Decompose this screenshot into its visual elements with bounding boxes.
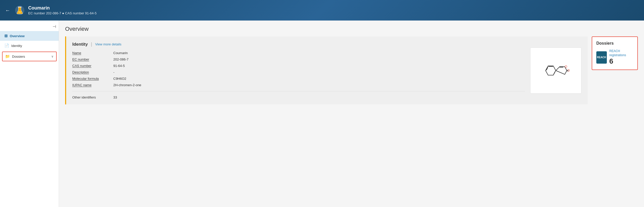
identity-header: Identity | View more details <box>72 42 525 47</box>
sidebar-dossiers-label: Dossiers <box>12 55 51 58</box>
field-name-row: Name Coumarin <box>72 51 525 55</box>
field-cas-value: 91-64-5 <box>113 64 125 68</box>
header-title: Coumarin <box>28 5 97 11</box>
chevron-down-icon: ∨ <box>51 55 54 58</box>
reach-folder-label: REACH <box>597 56 606 59</box>
sidebar-collapse-area: ⊣ <box>0 23 59 31</box>
page-title: Overview <box>65 26 638 32</box>
view-more-details-link[interactable]: View more details <box>95 42 121 46</box>
svg-point-2 <box>18 11 22 13</box>
identity-data-section: Identity | View more details Name Coumar… <box>72 42 525 99</box>
field-name-value: Coumarin <box>113 51 128 55</box>
identity-icon: 📄 <box>4 43 9 48</box>
reach-registrations-link[interactable]: REACH registrations <box>609 49 633 57</box>
overview-icon: ⊞ <box>4 34 8 38</box>
field-formula-row: Molecular formula C9H6O2 <box>72 77 525 81</box>
molecule-svg: O O <box>534 51 578 90</box>
dossier-reach-info: REACH registrations 6 <box>609 49 633 65</box>
identity-card: Identity | View more details Name Coumar… <box>65 36 588 104</box>
field-cas-label: CAS number <box>72 64 113 68</box>
field-description-row: Description - <box>72 70 525 74</box>
header-ec-value-text: 202-086-7 <box>46 11 61 15</box>
identity-divider: | <box>91 42 92 47</box>
field-iupac-value: 2H-chromen-2-one <box>113 83 141 87</box>
content-inner: Identity | View more details Name Coumar… <box>65 36 638 104</box>
other-identifiers-label: Other identifiers <box>72 95 113 99</box>
header-cas-value-text: 91-64-5 <box>85 11 97 15</box>
field-cas-row: CAS number 91-64-5 <box>72 64 525 68</box>
svg-marker-3 <box>546 66 556 75</box>
svg-line-6 <box>554 72 555 75</box>
sidebar-item-overview[interactable]: ⊞ Overview <box>0 31 59 41</box>
field-formula-value: C9H6O2 <box>113 77 126 81</box>
field-ec-value: 202-086-7 <box>113 57 128 61</box>
other-identifiers-value: 33 <box>113 95 117 99</box>
header-subtitle: EC number 202-086-7 ● CAS number 91-64-5 <box>28 11 97 15</box>
header-dot: ● <box>62 11 65 15</box>
dossiers-icon: 📁 <box>5 54 10 59</box>
substance-icon <box>14 5 25 16</box>
field-description-label: Description <box>72 70 113 74</box>
dossier-count: 6 <box>609 57 633 65</box>
main-layout: ⊣ ⊞ Overview 📄 Identity 📁 Dossiers ∨ Ove… <box>0 21 644 207</box>
main-content-area: Overview Identity | View more details Na… <box>59 21 644 207</box>
svg-text:O: O <box>567 69 570 72</box>
svg-text:O: O <box>565 65 567 68</box>
field-ec-row: EC number 202-086-7 <box>72 57 525 61</box>
svg-rect-1 <box>18 7 22 7</box>
molecule-image-box: O O <box>530 47 581 94</box>
sidebar-item-dossiers[interactable]: 📁 Dossiers ∨ <box>2 52 57 61</box>
header-ec-label: EC number <box>28 11 45 15</box>
sidebar-item-identity[interactable]: 📄 Identity <box>0 41 59 51</box>
back-button[interactable]: ← <box>5 7 10 13</box>
sidebar: ⊣ ⊞ Overview 📄 Identity 📁 Dossiers ∨ <box>0 21 59 207</box>
sidebar-identity-label: Identity <box>11 44 55 48</box>
dossiers-panel: Dossiers REACH REACH registrations 6 <box>592 36 638 70</box>
reach-folder-icon: REACH <box>596 51 607 64</box>
field-description-value: - <box>113 70 114 74</box>
other-identifiers-row: Other identifiers 33 <box>72 91 525 99</box>
collapse-icon[interactable]: ⊣ <box>53 24 56 29</box>
identity-section-title: Identity <box>72 42 88 47</box>
app-header: ← Coumarin EC number 202-086-7 ● CAS num… <box>0 0 644 21</box>
dossiers-panel-title: Dossiers <box>596 41 633 46</box>
field-iupac-label: IUPAC name <box>72 83 113 87</box>
field-iupac-row: IUPAC name 2H-chromen-2-one <box>72 83 525 87</box>
main-section: Identity | View more details Name Coumar… <box>65 36 588 104</box>
field-name-label: Name <box>72 51 113 55</box>
field-ec-label: EC number <box>72 57 113 61</box>
sidebar-overview-label: Overview <box>10 34 55 38</box>
header-cas-label: CAS number <box>65 11 84 15</box>
dossier-reach-item[interactable]: REACH REACH registrations 6 <box>596 49 633 65</box>
field-formula-label: Molecular formula <box>72 77 113 81</box>
